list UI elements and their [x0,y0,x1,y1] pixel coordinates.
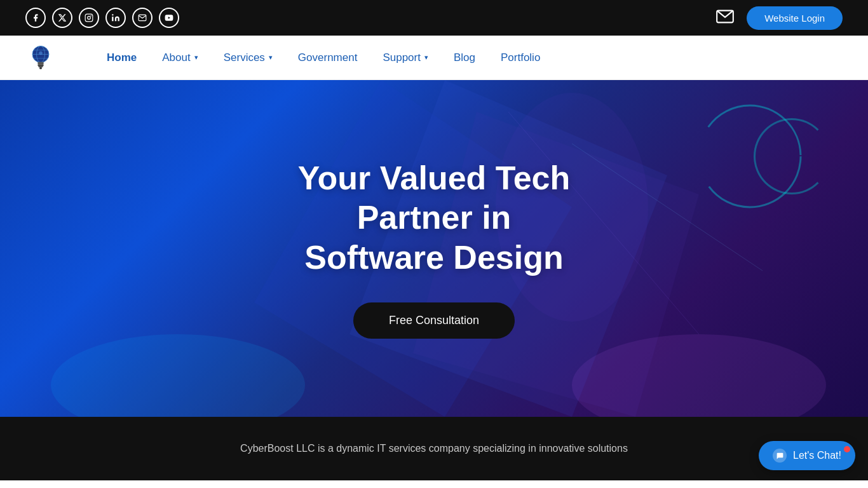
instagram-icon[interactable] [79,8,99,28]
nav-link-about[interactable]: About ▾ [149,46,210,69]
svg-rect-13 [37,64,43,66]
hero-content: Your Valued Tech Partner in Software Des… [298,158,571,339]
hero-title: Your Valued Tech Partner in Software Des… [298,158,571,277]
social-icons-group [25,8,179,28]
svg-rect-12 [37,62,43,64]
nav-item-portfolio[interactable]: Portfolio [488,46,553,69]
nav-item-blog[interactable]: Blog [441,46,488,69]
top-right-actions: Website Login [716,6,843,30]
nav-item-government[interactable]: Government [285,46,370,69]
nav-link-home[interactable]: Home [94,46,149,69]
nav-link-blog[interactable]: Blog [441,46,488,69]
nav-item-home[interactable]: Home [94,46,149,69]
navbar: Home About ▾ Services ▾ Government Suppo… [0,36,868,80]
chat-bubble-icon [773,449,787,463]
about-chevron-icon: ▾ [194,53,198,62]
top-bar: Website Login [0,0,868,36]
chat-notification-dot [844,446,850,452]
free-consultation-button[interactable]: Free Consultation [353,302,515,339]
facebook-icon[interactable] [25,8,46,28]
footer-strip: CyberBoost LLC is a dynamic IT services … [0,417,868,480]
nav-link-government[interactable]: Government [285,46,370,69]
nav-item-support[interactable]: Support ▾ [370,46,441,69]
nav-item-about[interactable]: About ▾ [149,46,210,69]
hero-section: Your Valued Tech Partner in Software Des… [0,80,868,417]
nav-item-services[interactable]: Services ▾ [211,46,285,69]
hero-arc-decoration [754,118,830,194]
logo[interactable] [25,41,56,74]
svg-rect-0 [85,14,93,22]
website-login-button[interactable]: Website Login [747,6,843,30]
svg-point-3 [112,14,113,15]
svg-rect-16 [39,67,42,69]
nav-link-portfolio[interactable]: Portfolio [488,46,553,69]
contact-mail-icon[interactable] [716,10,734,27]
svg-point-15 [39,51,43,55]
youtube-icon[interactable] [159,8,179,28]
svg-rect-14 [38,66,43,67]
email-topbar-icon[interactable] [132,8,153,28]
svg-point-2 [91,16,92,17]
services-chevron-icon: ▾ [269,53,273,62]
svg-point-1 [88,17,91,20]
linkedin-icon[interactable] [105,8,126,28]
x-twitter-icon[interactable] [52,8,72,28]
nav-link-support[interactable]: Support ▾ [370,46,441,69]
chat-widget[interactable]: Let's Chat! [759,441,855,470]
nav-links: Home About ▾ Services ▾ Government Suppo… [94,46,553,69]
chat-label: Let's Chat! [793,450,841,461]
support-chevron-icon: ▾ [424,53,428,62]
footer-description: CyberBoost LLC is a dynamic IT services … [240,440,628,457]
svg-point-24 [51,334,305,417]
nav-link-services[interactable]: Services ▾ [211,46,285,69]
